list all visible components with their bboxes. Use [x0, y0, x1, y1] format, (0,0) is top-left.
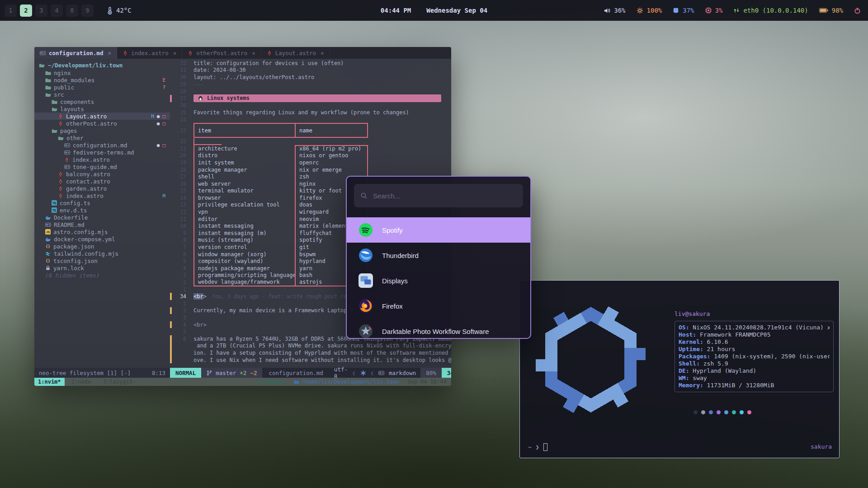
workspace-9[interactable]: 9	[81, 5, 94, 17]
launcher-item-spotify[interactable]: Spotify	[347, 217, 530, 243]
tab-configuration.md[interactable]: configuration.md×	[34, 47, 117, 59]
editor-line: 25Favorite things regarding Linux and my…	[170, 109, 451, 116]
astro-icon	[58, 186, 63, 191]
tree-item[interactable]: layouts	[34, 105, 170, 113]
module-network[interactable]: eth0 (10.0.0.140)	[733, 7, 808, 14]
tab-otherPost.astro[interactable]: otherPost.astro×	[182, 47, 261, 59]
tree-item-label: balcony.astro	[66, 171, 110, 178]
tree-mark: ●	[157, 121, 160, 127]
volume-value: 36%	[614, 7, 625, 14]
docker-icon	[45, 215, 51, 221]
tree-item[interactable]: other	[34, 134, 170, 141]
gutter-mark	[170, 230, 172, 237]
editor-line: 19init systemopenrc	[170, 159, 451, 166]
launcher-item-thunderbird[interactable]: Thunderbird	[347, 243, 530, 268]
tree-item[interactable]: README.md	[34, 221, 170, 228]
tree-item[interactable]: balcony.astro	[34, 170, 170, 178]
tree-item[interactable]: otherPost.astro●□	[34, 120, 170, 127]
tree-item[interactable]: garden.astro	[34, 185, 170, 192]
search-input[interactable]: Search...	[354, 184, 523, 207]
editor-line: 20distronixos or gentoo	[170, 152, 451, 160]
line-number: 5	[175, 258, 186, 264]
astro-icon	[58, 121, 63, 126]
fetch-info: OS: NixOS 24.11.20240828.71e91c4 (Vicuna…	[675, 321, 834, 392]
tree-item[interactable]: components	[34, 98, 170, 105]
workspace-1[interactable]: 1	[5, 5, 17, 17]
line-number: 22	[175, 138, 186, 145]
astro-icon	[58, 171, 63, 177]
tmux-window[interactable]: 2:node-	[69, 379, 97, 385]
close-icon[interactable]: ×	[108, 50, 111, 56]
shell-prompt[interactable]: ~ ❯	[528, 443, 547, 451]
tree-item[interactable]: yarn.lock	[34, 264, 170, 272]
close-icon[interactable]: ×	[321, 50, 324, 56]
search-icon	[360, 192, 368, 199]
tree-item[interactable]: {}tsconfig.json	[34, 257, 170, 264]
tree-item[interactable]: tone-guide.md	[34, 163, 170, 170]
tree-item[interactable]: nginx	[34, 69, 170, 76]
tmux-right: master /home/liv/Development/liv.town Se…	[258, 379, 451, 385]
tree-item[interactable]: pages	[34, 127, 170, 134]
tree-item[interactable]: index.astro	[34, 156, 170, 163]
fetch-row: Packages: 1409 (nix-system), 2590 (nix-u…	[679, 353, 830, 360]
table-row: webdev language/frameworkastrojs	[193, 278, 368, 286]
line-number: 20	[175, 152, 186, 159]
tree-item[interactable]: (6 hidden items)	[34, 272, 170, 279]
tab-label: Layout.astro	[275, 50, 316, 56]
launcher-item-displays[interactable]: Displays	[347, 268, 530, 293]
tree-item[interactable]: Layout.astroH●□	[34, 113, 170, 120]
close-icon[interactable]: ×	[173, 50, 177, 56]
table-cell-name: nixos or gentoo	[296, 152, 367, 160]
tree-item[interactable]: TSconfig.ts	[34, 199, 170, 206]
module-volume[interactable]: 36%	[604, 7, 625, 14]
statusline-tree-section: neo-tree filesystem [1] [-] 8:13	[34, 368, 170, 378]
table-header-name: name	[296, 124, 367, 137]
table-cell-item: instant messaging	[194, 222, 296, 230]
module-power[interactable]	[854, 7, 861, 14]
tree-item[interactable]: contact.astro	[34, 178, 170, 185]
tree-item[interactable]: public?	[34, 84, 170, 91]
tree-item[interactable]: TSenv.d.ts	[34, 206, 170, 214]
tree-item[interactable]: configuration.md●□	[34, 141, 170, 149]
tree-item[interactable]: index.astroH	[34, 192, 170, 199]
module-brightness[interactable]: 100%	[637, 7, 662, 14]
tree-item-label: nginx	[54, 70, 71, 76]
tree-mark: □	[162, 121, 165, 127]
launcher-item-firefox[interactable]: Firefox	[347, 293, 530, 319]
workspace-8[interactable]: 8	[66, 5, 78, 17]
palette-dot-2	[709, 410, 713, 414]
editor-line: 28	[170, 88, 451, 95]
tmux-window[interactable]: 3:lazygit-	[101, 379, 138, 385]
gutter-mark	[170, 251, 172, 258]
tab-index.astro[interactable]: index.astro×	[117, 47, 182, 59]
fetch-value: sway	[689, 375, 707, 381]
nixos-logo	[530, 299, 652, 421]
file-tree[interactable]: ~/Development/liv.town nginxnode_modules…	[34, 59, 170, 368]
close-icon[interactable]: ×	[252, 50, 255, 56]
workspace-2[interactable]: 2	[20, 5, 32, 17]
tailwind-icon	[45, 252, 51, 256]
network-value: eth0 (10.0.0.140)	[743, 7, 808, 14]
tree-item-label: other	[66, 135, 84, 141]
launcher-item-darktable[interactable]: Darktable Photo Workflow Software	[347, 319, 530, 339]
workspace-3[interactable]: 3	[35, 5, 47, 17]
tree-item[interactable]: fediverse-terms.md	[34, 149, 170, 156]
tree-item[interactable]: JSastro.config.mjs	[34, 228, 170, 235]
disk-icon	[673, 7, 679, 14]
tab-Layout.astro[interactable]: Layout.astro×	[261, 47, 330, 59]
tree-item[interactable]: docker-compose.yml	[34, 235, 170, 243]
lock-icon	[45, 265, 51, 271]
launcher-item-label: Firefox	[382, 302, 403, 310]
tree-item[interactable]: tailwind.config.mjs	[34, 250, 170, 257]
terminal-window[interactable]: liv@sakura OS: NixOS 24.11.20240828.71e9…	[519, 280, 840, 458]
tree-item[interactable]: node_modulesE	[34, 76, 170, 84]
separator: ❮	[371, 370, 374, 376]
tmux-window[interactable]: 1:nvim*	[34, 378, 65, 386]
tree-mark: ?	[162, 84, 165, 90]
workspace-4[interactable]: 4	[51, 5, 63, 17]
editor-line: 31date: 2024-08-30	[170, 67, 451, 74]
tree-item[interactable]: Dockerfile	[34, 214, 170, 221]
tree-item[interactable]: {}package.json	[34, 243, 170, 250]
table-cell-item: privilege escalation tool	[194, 202, 296, 209]
tree-item[interactable]: src	[34, 91, 170, 98]
